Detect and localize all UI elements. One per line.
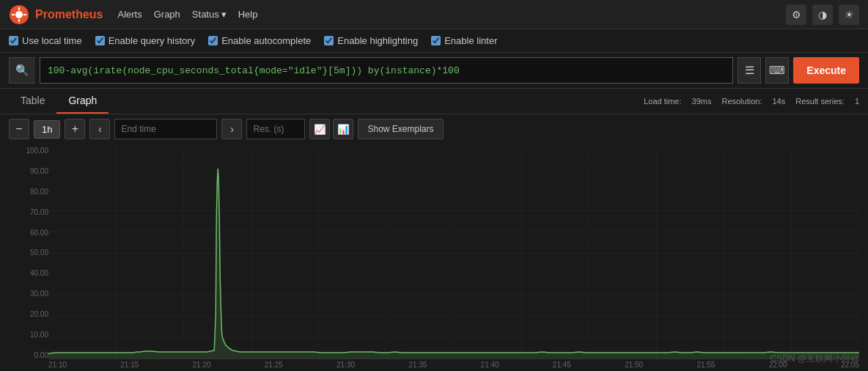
theme-icon[interactable]: ☀ bbox=[839, 4, 859, 25]
svg-rect-4 bbox=[12, 14, 15, 15]
show-exemplars-button[interactable]: Show Exemplars bbox=[358, 119, 443, 139]
enable-highlighting-label: Enable highlighting bbox=[337, 35, 418, 46]
enable-query-history-option[interactable]: Enable query history bbox=[95, 35, 196, 46]
y-label-90: 90.00 bbox=[18, 167, 48, 175]
options-bar: Use local time Enable query history Enab… bbox=[0, 29, 868, 53]
nav-help[interactable]: Help bbox=[238, 9, 258, 20]
enable-linter-label: Enable linter bbox=[444, 35, 497, 46]
x-label-7: 21:45 bbox=[553, 361, 571, 369]
enable-highlighting-checkbox[interactable] bbox=[324, 36, 334, 45]
search-icon: 🔍 bbox=[9, 57, 35, 84]
chart-svg bbox=[48, 147, 859, 359]
x-label-4: 21:30 bbox=[336, 361, 355, 369]
resolution-input[interactable] bbox=[246, 119, 305, 139]
result-series-value: 1 bbox=[855, 97, 859, 106]
nav-alerts[interactable]: Alerts bbox=[117, 9, 141, 20]
x-label-1: 21:15 bbox=[120, 361, 139, 369]
x-label-5: 21:35 bbox=[408, 361, 427, 369]
time-back-button[interactable]: ‹ bbox=[89, 119, 110, 139]
svg-rect-5 bbox=[23, 14, 26, 15]
y-label-100: 100.00 bbox=[18, 147, 48, 155]
watermark: CSDN @互联网小阿祥 bbox=[770, 353, 859, 365]
chart-canvas: 100.00 90.00 80.00 70.00 60.00 50.00 40.… bbox=[9, 147, 859, 359]
enable-linter-checkbox[interactable] bbox=[431, 36, 441, 45]
line-chart-icon[interactable]: 📈 bbox=[309, 119, 330, 139]
resolution-label: Resolution: bbox=[721, 97, 762, 106]
enable-autocomplete-checkbox[interactable] bbox=[208, 36, 218, 45]
tab-table[interactable]: Table bbox=[9, 89, 56, 114]
query-input[interactable] bbox=[40, 57, 733, 84]
svg-point-1 bbox=[15, 11, 23, 18]
y-label-50: 50.00 bbox=[18, 249, 48, 257]
enable-query-history-label: Enable query history bbox=[108, 35, 196, 46]
x-label-0: 21:10 bbox=[48, 361, 67, 369]
x-axis: 21:10 21:15 21:20 21:25 21:30 21:35 21:4… bbox=[9, 359, 859, 369]
y-label-0: 0.00 bbox=[18, 351, 48, 359]
result-series-label: Result series: bbox=[795, 97, 845, 106]
end-time-input[interactable] bbox=[114, 119, 217, 139]
load-time-label: Load time: bbox=[644, 97, 681, 106]
execute-button[interactable]: Execute bbox=[793, 57, 859, 84]
x-label-8: 21:50 bbox=[625, 361, 643, 369]
load-time-value: 39ms bbox=[692, 97, 712, 106]
x-label-3: 21:25 bbox=[265, 361, 283, 369]
y-label-20: 20.00 bbox=[18, 310, 48, 318]
use-local-time-checkbox[interactable] bbox=[9, 36, 18, 45]
brand: Prometheus bbox=[9, 4, 103, 25]
view-buttons: 📈 📊 bbox=[309, 119, 353, 139]
x-label-2: 21:20 bbox=[193, 361, 211, 369]
x-label-6: 21:40 bbox=[481, 361, 499, 369]
enable-autocomplete-label: Enable autocomplete bbox=[221, 35, 311, 46]
svg-rect-2 bbox=[18, 7, 20, 10]
nav-links: Alerts Graph Status ▾ Help bbox=[117, 9, 257, 20]
resolution-value: 14s bbox=[772, 97, 785, 106]
query-keyboard-icon[interactable]: ⌨ bbox=[765, 57, 789, 84]
search-bar: 🔍 ☰ ⌨ Execute bbox=[0, 53, 868, 89]
use-local-time-label: Use local time bbox=[22, 35, 82, 46]
y-label-70: 70.00 bbox=[18, 208, 48, 216]
nav-graph[interactable]: Graph bbox=[154, 9, 180, 20]
tab-graph[interactable]: Graph bbox=[56, 89, 108, 114]
enable-query-history-checkbox[interactable] bbox=[95, 36, 105, 45]
navbar: Prometheus Alerts Graph Status ▾ Help ⚙ … bbox=[0, 0, 868, 29]
svg-rect-3 bbox=[18, 19, 20, 22]
zoom-in-button[interactable]: + bbox=[65, 119, 85, 139]
query-settings-icon[interactable]: ☰ bbox=[738, 57, 761, 84]
settings-icon[interactable]: ⚙ bbox=[786, 4, 806, 25]
line-chart-svg bbox=[48, 147, 859, 359]
chevron-down-icon: ▾ bbox=[221, 9, 227, 20]
y-label-60: 60.00 bbox=[18, 229, 48, 237]
tab-meta: Load time: 39ms Resolution: 14s Result s… bbox=[644, 97, 859, 106]
x-label-9: 21:55 bbox=[696, 361, 715, 369]
y-axis: 100.00 90.00 80.00 70.00 60.00 50.00 40.… bbox=[18, 147, 48, 359]
y-label-30: 30.00 bbox=[18, 290, 48, 298]
y-label-10: 10.00 bbox=[18, 331, 48, 339]
halfmoon-icon[interactable]: ◑ bbox=[812, 4, 833, 25]
enable-linter-option[interactable]: Enable linter bbox=[431, 35, 497, 46]
prometheus-logo bbox=[9, 4, 29, 25]
bar-chart-icon[interactable]: 📊 bbox=[333, 119, 353, 139]
nav-icons: ⚙ ◑ ☀ bbox=[786, 4, 859, 25]
nav-status[interactable]: Status ▾ bbox=[192, 9, 227, 20]
graph-controls: − 1h + ‹ › 📈 📊 Show Exemplars bbox=[0, 114, 868, 144]
tabs-row: Table Graph Load time: 39ms Resolution: … bbox=[0, 89, 868, 114]
time-forward-button[interactable]: › bbox=[221, 119, 242, 139]
brand-name: Prometheus bbox=[35, 8, 103, 21]
y-label-40: 40.00 bbox=[18, 269, 48, 277]
query-actions: ☰ ⌨ bbox=[738, 57, 789, 84]
duration-button[interactable]: 1h bbox=[34, 120, 60, 139]
y-label-80: 80.00 bbox=[18, 188, 48, 196]
use-local-time-option[interactable]: Use local time bbox=[9, 35, 82, 46]
chart-area: 100.00 90.00 80.00 70.00 60.00 50.00 40.… bbox=[0, 144, 868, 371]
enable-highlighting-option[interactable]: Enable highlighting bbox=[324, 35, 418, 46]
zoom-out-button[interactable]: − bbox=[9, 119, 29, 139]
enable-autocomplete-option[interactable]: Enable autocomplete bbox=[208, 35, 311, 46]
